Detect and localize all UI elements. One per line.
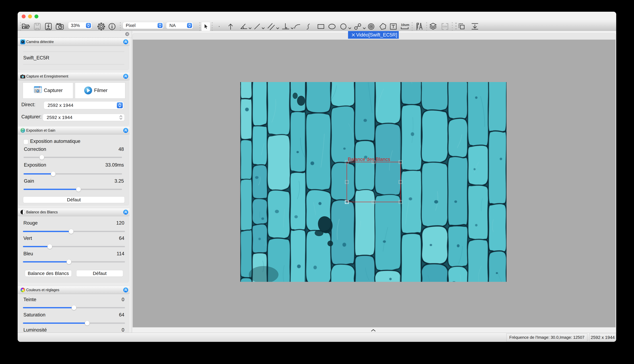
svg-text:10um: 10um	[401, 23, 409, 26]
svg-text:CSV: CSV	[443, 25, 447, 28]
svg-text:Balance des Blancs: Balance des Blancs	[348, 156, 390, 162]
